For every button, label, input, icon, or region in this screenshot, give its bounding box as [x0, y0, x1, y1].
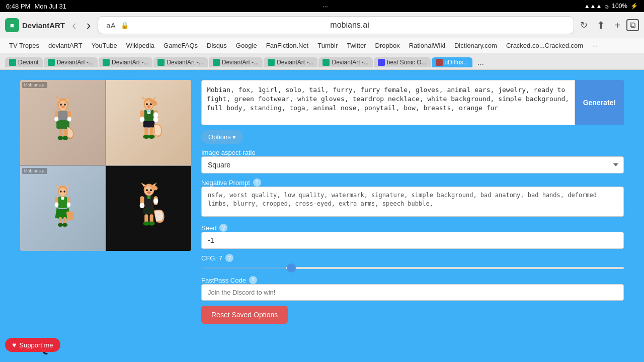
generated-image-4[interactable] [106, 166, 191, 251]
options-button[interactable]: Options ▾ [201, 130, 243, 144]
tab-deviant-4[interactable]: DeviantArt -... [153, 57, 207, 67]
svg-point-67 [146, 189, 148, 191]
aa-text[interactable]: aA [104, 21, 117, 30]
negative-prompt-section: Negative Prompt ? [201, 178, 624, 219]
bookmark-youtube[interactable]: YouTube [88, 41, 121, 50]
tab-favicon-sonic [378, 59, 385, 66]
fox-character-3 [44, 184, 82, 233]
tab-label-5: DeviantArt -... [222, 59, 259, 66]
bookmark-more[interactable]: ··· [588, 41, 602, 50]
bookmark-rationalwiki[interactable]: RationalWiki [405, 41, 449, 50]
svg-point-35 [153, 112, 158, 118]
address-bar[interactable]: aA 🔒 mobians.ai [98, 16, 574, 34]
fastpass-label-row: FastPass Code ? [201, 276, 624, 284]
fox-character-1 [43, 97, 83, 149]
browser-toolbar: ■ DeviantART ‹ › aA 🔒 mobians.ai ↻ ⬆ + ⧉ [0, 12, 644, 38]
seed-section: Seed ? [201, 224, 624, 249]
prompt-input[interactable] [201, 80, 575, 125]
tab-label-2: DeviantArt -... [57, 59, 94, 66]
cfg-help-icon[interactable]: ? [225, 254, 233, 262]
svg-point-42 [148, 110, 149, 113]
tab-deviant-2[interactable]: DeviantArt -... [44, 57, 98, 67]
svg-point-56 [67, 203, 70, 207]
tab-deviant-7[interactable]: DeviantArt -... [318, 57, 372, 67]
tab-overflow-more[interactable]: ... [473, 56, 488, 68]
forward-button[interactable]: › [84, 17, 94, 34]
svg-point-28 [147, 105, 150, 108]
tab-deviant-5[interactable]: DeviantArt -... [209, 57, 263, 67]
aspect-ratio-select[interactable]: Square Portrait Landscape [201, 156, 624, 173]
bookmark-google[interactable]: Google [232, 41, 261, 50]
svg-point-14 [54, 117, 58, 122]
bookmark-dropbox[interactable]: Dropbox [371, 41, 404, 50]
cfg-label: CFG: 7 [201, 254, 222, 262]
image-grid: Mobians.ai [20, 80, 191, 251]
svg-rect-71 [147, 196, 150, 199]
tab-switcher-button[interactable]: ⧉ [626, 19, 639, 31]
svg-point-26 [146, 103, 148, 105]
support-widget[interactable]: ♥ Support me [5, 338, 60, 352]
signal-dots: ··· [323, 3, 328, 10]
lock-icon: 🔒 [121, 22, 129, 29]
bookmark-tvtropes[interactable]: TV Tropes [5, 41, 43, 50]
tab-deviant-6[interactable]: DeviantArt -... [264, 57, 317, 67]
seed-label-row: Seed ? [201, 224, 624, 232]
svg-point-7 [64, 104, 66, 106]
negative-prompt-label: Negative Prompt [201, 179, 250, 187]
cfg-slider[interactable] [201, 267, 624, 269]
bookmark-tumblr[interactable]: Tumblr [313, 41, 342, 50]
bookmark-gamefaqs[interactable]: GameFAQs [159, 41, 202, 50]
negative-prompt-help-icon[interactable]: ? [253, 178, 261, 187]
svg-point-55 [55, 203, 58, 207]
reload-button[interactable]: ↻ [578, 18, 590, 33]
new-tab-button[interactable]: + [611, 18, 623, 33]
fastpass-label: FastPass Code [201, 277, 246, 284]
bookmark-wikipedia[interactable]: Wikipedia [122, 41, 158, 50]
heart-icon: ♥ [12, 341, 16, 349]
generate-button[interactable]: Generate! [575, 80, 624, 125]
generated-image-3[interactable]: Mobians.ai [20, 166, 105, 251]
tab-favicon-5 [213, 59, 220, 66]
bookmarks-bar: TV Tropes deviantART YouTube Wikipedia G… [0, 38, 644, 53]
url-display[interactable]: mobians.ai [132, 21, 568, 30]
browser-actions: ⬆ + ⧉ [594, 17, 639, 33]
tab-favicon-7 [323, 59, 330, 66]
generated-image-1[interactable]: Mobians.ai [20, 80, 105, 165]
tabs-row: Deviant DeviantArt -... DeviantArt -... … [0, 53, 644, 69]
seed-input[interactable] [201, 232, 624, 249]
bookmark-dictionary[interactable]: Dictionary.com [450, 41, 501, 50]
seed-help-icon[interactable]: ? [219, 224, 227, 232]
bookmark-disqus[interactable]: Disqus [203, 41, 231, 50]
signal-icon: ▲▲▲ [584, 3, 602, 10]
tab-sonic[interactable]: best Sonic O... [374, 57, 431, 67]
bookmark-cracked[interactable]: Cracked.co...Cracked.com [502, 41, 587, 50]
svg-point-80 [148, 221, 154, 225]
fastpass-help-icon[interactable]: ? [249, 276, 257, 284]
generated-image-2[interactable] [106, 80, 191, 165]
negative-prompt-input[interactable] [201, 187, 624, 217]
status-icons: ▲▲▲ ⌾ 100% ⚡ [584, 3, 638, 10]
fastpass-input[interactable] [201, 284, 624, 301]
tab-deviant-3[interactable]: DeviantArt -... [99, 57, 152, 67]
bookmark-deviantart[interactable]: deviantART [44, 41, 87, 50]
options-label: Options ▾ [208, 133, 236, 141]
back-button[interactable]: ‹ [69, 17, 79, 34]
fox-character-4 [129, 183, 169, 235]
bookmark-twitter[interactable]: Twitter [343, 41, 370, 50]
tab-favicon-1 [9, 59, 16, 66]
support-label: Support me [19, 341, 53, 349]
reset-button[interactable]: Reset Saved Options [201, 306, 288, 324]
tab-label-7: DeviantArt -... [332, 59, 368, 66]
cfg-section: CFG: 7 ? [201, 254, 624, 271]
bookmark-fanfiction[interactable]: FanFiction.Net [262, 41, 313, 50]
tab-udiffus[interactable]: uDiffus... [432, 57, 472, 67]
site-title: DeviantART [22, 21, 65, 30]
faq-section: FAQ What are some tips for good images? … [20, 339, 624, 362]
svg-point-8 [61, 106, 65, 108]
tab-deviant-1[interactable]: Deviant [5, 57, 43, 67]
cfg-label-row: CFG: 7 ? [201, 254, 624, 262]
share-button[interactable]: ⬆ [594, 17, 608, 33]
status-bar: 6:48 PM Mon Jul 31 ··· ▲▲▲ ⌾ 100% ⚡ [0, 0, 644, 12]
battery-display: 100% [612, 3, 627, 10]
tab-label-1: Deviant [18, 59, 39, 66]
